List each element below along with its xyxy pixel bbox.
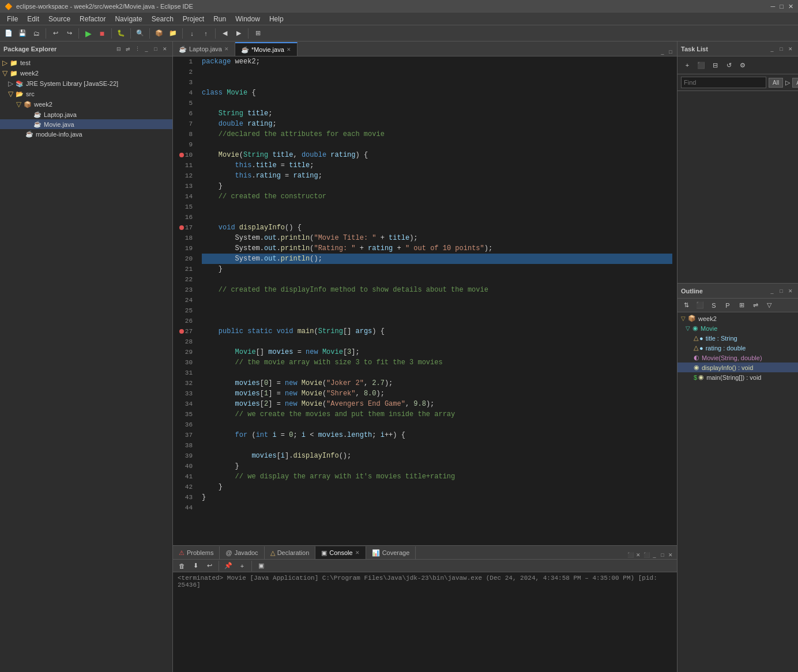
menu-search[interactable]: Search	[147, 14, 178, 24]
menu-source[interactable]: Source	[44, 14, 75, 24]
tab-declaration[interactable]: △ Declaration	[265, 546, 316, 559]
tab-close-movie[interactable]: ✕	[287, 47, 291, 52]
ol-item-displayinfo[interactable]: ◉ displayInfo() : void	[677, 363, 798, 372]
tab-coverage[interactable]: 📊 Coverage	[366, 546, 416, 559]
tree-item-movie[interactable]: ☕ Movie.java	[0, 119, 172, 129]
search-button[interactable]: 🔍	[134, 27, 146, 40]
tl-minimize-button[interactable]: _	[768, 45, 776, 53]
forward-button[interactable]: ▶	[232, 27, 245, 40]
close-button[interactable]: ✕	[788, 3, 793, 10]
tab-javadoc[interactable]: @ Javadoc	[220, 546, 264, 559]
console-scroll-lock-button[interactable]: ⬇	[189, 560, 202, 572]
ol-maximize-button[interactable]: □	[777, 287, 785, 295]
open-resource-button[interactable]: 📁	[167, 27, 179, 40]
ol-item-movie-class[interactable]: ▽ ◉ Movie	[677, 323, 798, 333]
tree-item-jre[interactable]: ▷ 📚 JRE System Library [JavaSE-22]	[0, 78, 172, 89]
ol-link-button[interactable]: ⇌	[749, 299, 762, 312]
tab-console[interactable]: ▣ Console ✕	[315, 546, 366, 559]
tl-settings-button[interactable]: ⚙	[736, 59, 749, 71]
pe-close-button[interactable]: ✕	[161, 45, 169, 53]
save-all-button[interactable]: 🗂	[30, 27, 43, 40]
tab-problems[interactable]: ⚠ Problems	[173, 546, 220, 559]
tl-new-button[interactable]: +	[681, 59, 694, 71]
maximize-button[interactable]: □	[780, 3, 784, 10]
back-button[interactable]: ◀	[219, 27, 231, 40]
pe-maximize-button[interactable]: □	[152, 45, 160, 53]
console-content[interactable]: <terminated> Movie [Java Application] C:…	[173, 572, 677, 672]
console-word-wrap-button[interactable]: ↩	[203, 560, 216, 572]
ol-item-constructor[interactable]: ◐ Movie(String, double)	[677, 353, 798, 363]
next-annotation-button[interactable]: ↓	[186, 27, 198, 40]
ol-item-rating[interactable]: △ ● rating : double	[677, 343, 798, 353]
tl-maximize-button[interactable]: □	[777, 45, 785, 53]
tl-arrow-button[interactable]: ▷	[785, 76, 790, 89]
menu-file[interactable]: File	[2, 14, 22, 24]
menu-help[interactable]: Help	[265, 14, 288, 24]
tab-label-problems: Problems	[187, 549, 213, 556]
tl-activate-button[interactable]: Activate...	[792, 78, 798, 88]
tree-item-src[interactable]: ▽ 📂 src	[0, 89, 172, 99]
ol-minimize-button[interactable]: _	[768, 287, 776, 295]
redo-button[interactable]: ↪	[63, 27, 76, 40]
code-content[interactable]: package week2; class Movie { String titl…	[197, 56, 677, 545]
ol-item-main[interactable]: $ ◉ main(String[]) : void	[677, 372, 798, 382]
ol-close-button[interactable]: ✕	[786, 287, 795, 295]
prev-annotation-button[interactable]: ↑	[200, 27, 212, 40]
console-clear-button[interactable]: 🗑	[175, 560, 188, 572]
ol-settings-button[interactable]: ▽	[763, 299, 776, 312]
ol-expand-button[interactable]: ⊞	[735, 299, 748, 312]
console-toolbar-btn2[interactable]: ✕	[634, 551, 642, 559]
tl-collapse-button[interactable]: ⊟	[709, 59, 721, 71]
tl-all-button[interactable]: All	[769, 78, 783, 88]
open-type-button[interactable]: 📦	[153, 27, 165, 40]
tl-filter-button[interactable]: ⬛	[695, 59, 707, 71]
console-maximize-button[interactable]: □	[658, 551, 667, 559]
maximize-view-button[interactable]: ⊞	[251, 27, 264, 40]
run-button[interactable]: ▶	[82, 27, 95, 40]
new-button[interactable]: 📄	[2, 27, 15, 40]
ol-hide-nonpublic-button[interactable]: P	[721, 299, 734, 312]
tree-item-week2-pkg[interactable]: ▽ 📦 week2	[0, 99, 172, 110]
ol-hide-static-button[interactable]: S	[707, 299, 720, 312]
save-button[interactable]: 💾	[16, 27, 29, 40]
tree-item-laptop[interactable]: ☕ Laptop.java	[0, 110, 172, 119]
menu-navigate[interactable]: Navigate	[110, 14, 146, 24]
tab-laptop[interactable]: ☕ Laptop.java ✕	[173, 42, 235, 56]
console-close-button[interactable]: ✕	[667, 551, 675, 559]
ol-sort-button[interactable]: ⇅	[680, 299, 692, 312]
pe-link-button[interactable]: ⇌	[124, 45, 132, 53]
menu-window[interactable]: Window	[231, 14, 265, 24]
console-toolbar-btn1[interactable]: ⬛	[626, 551, 634, 559]
console-toolbar-btn3[interactable]: ⬛	[642, 551, 650, 559]
pe-collapse-button[interactable]: ⊟	[115, 45, 123, 53]
console-pin-button[interactable]: 📌	[222, 560, 235, 572]
stop-button[interactable]: ■	[96, 27, 108, 40]
ol-item-title[interactable]: △ ● title : String	[677, 333, 798, 343]
menu-edit[interactable]: Edit	[22, 14, 44, 24]
pe-menu-button[interactable]: ⋮	[133, 45, 141, 53]
menu-project[interactable]: Project	[178, 14, 209, 24]
ol-hide-fields-button[interactable]: ⬛	[694, 299, 706, 312]
tab-close-laptop[interactable]: ✕	[224, 46, 229, 52]
console-open-button[interactable]: ▣	[255, 560, 268, 572]
tree-item-test[interactable]: ▷ 📁 test	[0, 58, 172, 68]
ol-item-week2[interactable]: ▽ 📦 week2	[677, 314, 798, 323]
ln-33: 33	[173, 388, 197, 399]
task-list-search-input[interactable]	[681, 77, 766, 88]
editor-maximize-button[interactable]: □	[667, 48, 675, 56]
tree-item-week2[interactable]: ▽ 📁 week2	[0, 68, 172, 78]
menu-run[interactable]: Run	[209, 14, 231, 24]
tl-close-button[interactable]: ✕	[786, 45, 795, 53]
console-new-button[interactable]: +	[236, 560, 249, 572]
menu-refactor[interactable]: Refactor	[75, 14, 110, 24]
debug-button[interactable]: 🐛	[115, 27, 127, 40]
tab-movie[interactable]: ☕ *Movie.java ✕	[235, 42, 298, 56]
tl-refresh-button[interactable]: ↺	[722, 59, 735, 71]
tree-item-module[interactable]: ☕ module-info.java	[0, 129, 172, 139]
minimize-button[interactable]: ─	[771, 3, 776, 10]
tab-close-console[interactable]: ✕	[355, 550, 360, 556]
console-minimize-button[interactable]: _	[650, 551, 658, 559]
undo-button[interactable]: ↩	[49, 27, 62, 40]
pe-minimize-button[interactable]: _	[142, 45, 150, 53]
editor-minimize-button[interactable]: _	[658, 48, 667, 56]
